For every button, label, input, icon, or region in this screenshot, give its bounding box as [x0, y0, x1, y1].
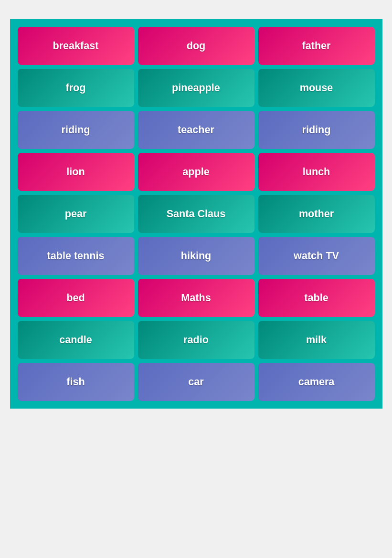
word-card: Santa Claus — [138, 195, 254, 233]
word-card: hiking — [138, 237, 254, 275]
word-card: riding — [258, 111, 375, 149]
word-card: car — [138, 363, 254, 401]
word-card: frog — [18, 69, 134, 107]
word-card: breakfast — [18, 27, 134, 65]
word-card: watch TV — [258, 237, 375, 275]
word-card: radio — [138, 321, 254, 359]
word-card: milk — [258, 321, 375, 359]
word-card: fish — [18, 363, 134, 401]
word-card: camera — [258, 363, 375, 401]
word-card: mouse — [258, 69, 375, 107]
word-card: mother — [258, 195, 375, 233]
word-card: table — [258, 279, 375, 317]
word-card-board: breakfastdogfatherfrogpineapplemouseridi… — [10, 19, 382, 409]
word-card: dog — [138, 27, 254, 65]
word-card: teacher — [138, 111, 254, 149]
word-card: lunch — [258, 153, 375, 191]
word-card: lion — [18, 153, 134, 191]
word-card: bed — [18, 279, 134, 317]
word-card: Maths — [138, 279, 254, 317]
word-card: candle — [18, 321, 134, 359]
word-card: table tennis — [18, 237, 134, 275]
word-card: apple — [138, 153, 254, 191]
word-card: pineapple — [138, 69, 254, 107]
word-card: father — [258, 27, 375, 65]
word-card: riding — [18, 111, 134, 149]
word-card: pear — [18, 195, 134, 233]
